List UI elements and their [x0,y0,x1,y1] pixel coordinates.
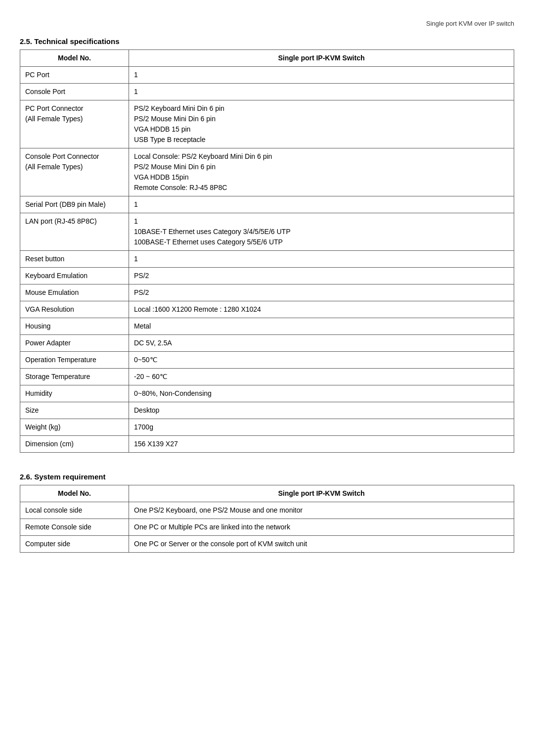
tech-row-label-12: Operation Temperature [20,352,129,369]
sys-col2-header: Single port IP-KVM Switch [129,485,514,502]
table-row: Humidity0~80%, Non-Condensing [20,385,514,402]
table-row: Reset button1 [20,251,514,268]
tech-specs-title: 2.5. Technical specifications [20,37,514,46]
tech-row-value-0: 1 [129,67,514,84]
table-row: Computer sideOne PC or Server or the con… [20,536,514,553]
tech-row-label-1: Console Port [20,84,129,100]
tech-row-value-8: PS/2 [129,284,514,301]
table-row: Dimension (cm)156 X139 X27 [20,436,514,453]
table-row: Weight (kg)1700g [20,419,514,436]
tech-row-label-0: PC Port [20,67,129,84]
tech-specs-table: Model No. Single port IP-KVM Switch PC P… [20,49,514,453]
sys-row-label-2: Computer side [20,536,129,553]
system-req-table: Model No. Single port IP-KVM Switch Loca… [20,485,514,553]
tech-row-value-12: 0~50℃ [129,352,514,369]
system-req-section: 2.6. System requirement Model No. Single… [20,472,514,553]
table-row: Serial Port (DB9 pin Male)1 [20,196,514,213]
tech-row-value-13: -20 ~ 60℃ [129,369,514,385]
tech-row-value-17: 156 X139 X27 [129,436,514,453]
system-req-title: 2.6. System requirement [20,472,514,481]
table-row: Keyboard EmulationPS/2 [20,268,514,284]
sys-row-value-0: One PS/2 Keyboard, one PS/2 Mouse and on… [129,502,514,519]
tech-row-value-5: 110BASE-T Ethernet uses Category 3/4/5/5… [129,213,514,251]
tech-row-label-5: LAN port (RJ-45 8P8C) [20,213,129,251]
table-row: Mouse EmulationPS/2 [20,284,514,301]
tech-row-value-14: 0~80%, Non-Condensing [129,385,514,402]
tech-row-value-9: Local :1600 X1200 Remote : 1280 X1024 [129,301,514,318]
tech-row-value-16: 1700g [129,419,514,436]
tech-row-value-7: PS/2 [129,268,514,284]
table-row: Console Port1 [20,84,514,100]
tech-row-label-7: Keyboard Emulation [20,268,129,284]
tech-row-value-15: Desktop [129,402,514,419]
tech-row-label-15: Size [20,402,129,419]
table-row: HousingMetal [20,318,514,335]
table-row: LAN port (RJ-45 8P8C)110BASE-T Ethernet … [20,213,514,251]
tech-row-label-6: Reset button [20,251,129,268]
sys-col1-header: Model No. [20,485,129,502]
table-row: Storage Temperature-20 ~ 60℃ [20,369,514,385]
table-row: Remote Console sideOne PC or Multiple PC… [20,519,514,536]
tech-row-value-2: PS/2 Keyboard Mini Din 6 pinPS/2 Mouse M… [129,100,514,148]
tech-row-label-16: Weight (kg) [20,419,129,436]
table-row: SizeDesktop [20,402,514,419]
tech-row-label-11: Power Adapter [20,335,129,352]
tech-row-value-1: 1 [129,84,514,100]
table-row: Local console sideOne PS/2 Keyboard, one… [20,502,514,519]
tech-row-value-3: Local Console: PS/2 Keyboard Mini Din 6 … [129,148,514,196]
tech-row-label-3: Console Port Connector(All Female Types) [20,148,129,196]
tech-row-value-6: 1 [129,251,514,268]
tech-row-label-10: Housing [20,318,129,335]
tech-col2-header: Single port IP-KVM Switch [129,50,514,67]
tech-row-label-4: Serial Port (DB9 pin Male) [20,196,129,213]
tech-row-value-10: Metal [129,318,514,335]
table-row: Console Port Connector(All Female Types)… [20,148,514,196]
table-row: Operation Temperature0~50℃ [20,352,514,369]
sys-row-label-0: Local console side [20,502,129,519]
tech-col1-header: Model No. [20,50,129,67]
table-row: PC Port Connector(All Female Types)PS/2 … [20,100,514,148]
tech-row-label-13: Storage Temperature [20,369,129,385]
tech-row-label-14: Humidity [20,385,129,402]
sys-row-value-2: One PC or Server or the console port of … [129,536,514,553]
tech-specs-section: 2.5. Technical specifications Model No. … [20,37,514,453]
page-header: Single port KVM over IP switch [20,20,514,27]
tech-row-label-8: Mouse Emulation [20,284,129,301]
tech-row-label-2: PC Port Connector(All Female Types) [20,100,129,148]
sys-row-label-1: Remote Console side [20,519,129,536]
table-row: VGA ResolutionLocal :1600 X1200 Remote :… [20,301,514,318]
table-row: PC Port1 [20,67,514,84]
tech-row-label-9: VGA Resolution [20,301,129,318]
table-row: Power AdapterDC 5V, 2.5A [20,335,514,352]
tech-row-value-4: 1 [129,196,514,213]
tech-row-value-11: DC 5V, 2.5A [129,335,514,352]
tech-row-label-17: Dimension (cm) [20,436,129,453]
sys-row-value-1: One PC or Multiple PCs are linked into t… [129,519,514,536]
